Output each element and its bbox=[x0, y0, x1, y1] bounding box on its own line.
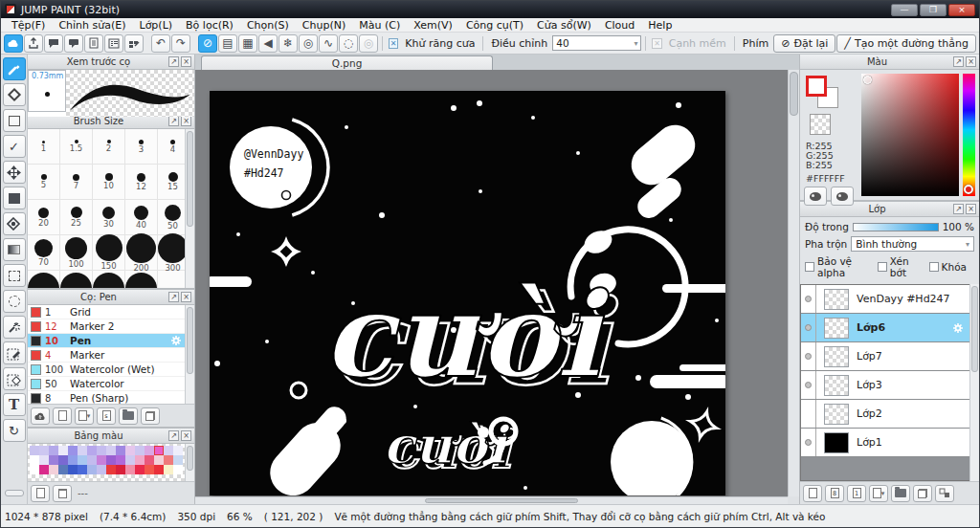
palette-swatch[interactable] bbox=[154, 465, 164, 474]
soft-edge-checkbox[interactable]: ✕ bbox=[652, 38, 661, 49]
horizontal-scrollbar[interactable] bbox=[195, 496, 788, 504]
palette-swatch[interactable] bbox=[125, 465, 135, 474]
brush-size-option[interactable]: 30 bbox=[93, 200, 125, 235]
popout-icon[interactable]: ↗ bbox=[168, 56, 179, 67]
palette-swatch[interactable] bbox=[135, 465, 145, 474]
palette-swatch[interactable] bbox=[58, 446, 68, 455]
snap-radial-button[interactable]: ❄ bbox=[278, 34, 298, 53]
brush-size-option[interactable]: 10 bbox=[93, 165, 125, 200]
new-layer-button[interactable] bbox=[803, 485, 822, 502]
visibility-cell[interactable] bbox=[801, 285, 816, 313]
palette-swatch[interactable] bbox=[39, 446, 49, 455]
palette-swatch[interactable] bbox=[58, 465, 68, 474]
palette-swatch[interactable] bbox=[145, 455, 154, 465]
lasso-tool[interactable] bbox=[3, 290, 26, 313]
snap-curve-button[interactable]: ∿ bbox=[319, 34, 338, 53]
visibility-cell[interactable] bbox=[801, 429, 816, 456]
palette-swatch[interactable] bbox=[68, 465, 78, 474]
palette-swatch[interactable] bbox=[106, 465, 116, 474]
opacity-slider[interactable] bbox=[853, 223, 939, 231]
brush-folder-button[interactable] bbox=[119, 407, 138, 425]
fill-rect-tool[interactable] bbox=[3, 187, 26, 209]
eraser-tool[interactable] bbox=[3, 83, 26, 106]
palette-swatch[interactable] bbox=[154, 455, 164, 465]
scrollbar[interactable] bbox=[185, 129, 194, 288]
palette-swatch[interactable] bbox=[106, 446, 116, 455]
chat-button[interactable] bbox=[64, 34, 83, 53]
palette-swatch[interactable] bbox=[106, 455, 116, 465]
popout-icon[interactable]: ↗ bbox=[953, 56, 964, 67]
script-brush-button[interactable]: s bbox=[97, 407, 116, 425]
scrollbar[interactable] bbox=[185, 305, 194, 404]
palette-swatch[interactable] bbox=[30, 446, 39, 455]
sv-picker-handle[interactable] bbox=[863, 76, 872, 84]
shape-tool[interactable] bbox=[3, 109, 26, 132]
new-brush-menu-button[interactable]: ▾ bbox=[75, 407, 94, 425]
layer-row[interactable]: Lớp2 bbox=[801, 400, 969, 429]
brush-list-item[interactable]: 1Grid bbox=[28, 305, 185, 319]
duplicate-brush-button[interactable] bbox=[141, 407, 160, 425]
palette-swatch[interactable] bbox=[173, 465, 183, 474]
palette-swatch[interactable] bbox=[39, 455, 49, 465]
new-brush-button[interactable] bbox=[53, 407, 72, 425]
palette-swatch[interactable] bbox=[49, 446, 58, 455]
menu-item[interactable]: Màu (C) bbox=[352, 19, 407, 32]
palette-swatch[interactable] bbox=[135, 446, 145, 455]
palette-swatch[interactable] bbox=[116, 465, 125, 474]
adjust-dropdown[interactable]: 40▾ bbox=[552, 35, 641, 51]
palette-swatch[interactable] bbox=[173, 446, 183, 455]
duplicate-layer-button[interactable] bbox=[913, 485, 932, 502]
add-color-button[interactable] bbox=[31, 485, 50, 502]
palette-swatch[interactable] bbox=[97, 455, 106, 465]
antialias-checkbox[interactable]: ✕ bbox=[389, 38, 398, 49]
canvas-document[interactable]: @VennDayy #Hd247 bbox=[210, 91, 725, 495]
palette-swatch[interactable] bbox=[97, 465, 106, 474]
menu-item[interactable]: Xem(V) bbox=[407, 19, 459, 32]
blend-mode-select[interactable]: Bình thường▾ bbox=[851, 236, 974, 252]
brush-size-option[interactable]: 200 bbox=[125, 235, 158, 271]
brush-size-option[interactable]: 300 bbox=[158, 235, 185, 271]
brush-size-option[interactable]: 70 bbox=[28, 235, 60, 271]
palette-swatch[interactable] bbox=[145, 446, 154, 455]
snap-grid-button[interactable]: ▦ bbox=[238, 34, 257, 53]
new-1bit-layer-button[interactable]: 1 bbox=[847, 485, 866, 502]
snap-off-button[interactable]: ⊘ bbox=[198, 34, 217, 53]
layer-row[interactable]: Lớp7 bbox=[801, 342, 969, 371]
strip-resize-handle[interactable] bbox=[5, 490, 24, 496]
close-icon[interactable]: × bbox=[966, 56, 976, 67]
canvas-viewport[interactable]: @VennDayy #Hd247 bbox=[195, 70, 799, 504]
brush-size-option[interactable]: 1 bbox=[28, 129, 60, 165]
palette-swatch[interactable] bbox=[164, 465, 173, 474]
snap-circle-button[interactable]: ◎ bbox=[299, 34, 318, 53]
brush-size-option[interactable]: 50 bbox=[158, 200, 185, 235]
merge-layer-button[interactable] bbox=[935, 485, 954, 502]
hue-handle[interactable] bbox=[964, 185, 973, 194]
brush-size-option[interactable]: 12 bbox=[125, 165, 158, 200]
brush-size-option[interactable]: 20 bbox=[28, 200, 60, 235]
brush-size-option[interactable]: 25 bbox=[60, 200, 93, 235]
palette-swatch[interactable] bbox=[87, 446, 97, 455]
close-icon[interactable]: × bbox=[181, 430, 191, 441]
brush-size-option[interactable]: 4 bbox=[158, 129, 185, 165]
close-icon[interactable]: × bbox=[181, 116, 191, 126]
palette-swatch[interactable] bbox=[58, 455, 68, 465]
close-icon[interactable]: × bbox=[181, 292, 191, 302]
document-tab[interactable]: Q.png bbox=[201, 55, 493, 70]
brush-size-option[interactable]: 2 bbox=[93, 129, 125, 165]
add-layer-menu-button[interactable]: ▾ bbox=[869, 485, 888, 502]
select-rect-tool[interactable] bbox=[3, 264, 26, 287]
brush-size-option[interactable]: 7 bbox=[60, 165, 93, 200]
layer-folder-button[interactable] bbox=[891, 485, 910, 502]
brush-tool[interactable] bbox=[3, 57, 26, 80]
document-button[interactable] bbox=[84, 34, 103, 53]
palette-swatch[interactable] bbox=[78, 446, 87, 455]
undo-button[interactable]: ↶ bbox=[151, 34, 170, 53]
palette-swatch[interactable] bbox=[39, 465, 49, 474]
restore-button[interactable]: ❐ bbox=[920, 4, 947, 16]
snap-parallel-button[interactable]: ▤ bbox=[218, 34, 237, 53]
move-tool[interactable] bbox=[3, 161, 26, 184]
popout-icon[interactable]: ↗ bbox=[168, 430, 179, 441]
hue-slider[interactable] bbox=[963, 74, 975, 196]
scrollbar[interactable] bbox=[969, 284, 979, 481]
dot-pen-tool[interactable]: ✓ bbox=[3, 135, 26, 158]
